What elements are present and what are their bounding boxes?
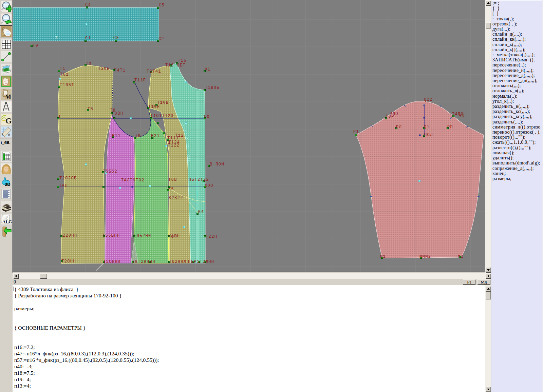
svg-text:Q22: Q22 [424,97,433,102]
svg-text:Т8ВН: Т8ВН [112,111,123,116]
svg-text:Т0: Т0 [33,43,38,48]
svg-text:Т20НН: Т20НН [61,259,76,264]
svg-text:ПБР1Т2ЮНН: ПБР1Т2ЮНН [188,259,214,264]
svg-text:8: 8 [8,133,10,137]
svg-text:Т3: Т3 [86,62,92,66]
svg-text:Т55БНН: Т55БНН [102,233,120,238]
svg-text:ГО: ГО [204,115,210,119]
svg-text:РП: РП [447,125,453,130]
svg-text:Т1: Т1 [60,66,65,71]
svg-text:Т5: Т5 [88,107,93,112]
svg-text:3D: 3D [5,182,11,187]
svg-text:Т62ННЛ: Т62ННЛ [169,259,187,264]
svg-text:В_ПОМ: В_ПОМ [210,162,224,167]
svg-text:Т4Т1: Т4Т1 [114,68,126,73]
svg-text:Т122: Т122 [168,143,180,148]
svg-text:Т22Н: Т22Н [206,234,217,239]
svg-text:7: 7 [1,133,3,137]
svg-text:Т5ОННН: Т5ОННН [103,259,121,264]
svg-text:Т8Р: Т8Р [386,114,394,119]
svg-text:ТАЛ: ТАЛ [59,183,68,188]
svg-text:С1: С1 [85,36,91,41]
svg-text:Т9: Т9 [135,134,141,138]
svg-text:Т10Н: Т10Н [148,104,160,109]
svg-text:ПБТ2Т22: ПБТ2Т22 [189,177,209,182]
svg-text:ТО1: ТО1 [60,72,69,77]
svg-text:Т16: Т16 [178,58,187,63]
svg-text:Р1: Р1 [353,130,359,134]
svg-text:Т1ВПБ: Т1ВПБ [205,85,220,90]
svg-text:В11: В11 [112,134,121,138]
svg-text:Т220НН: Т220НН [60,233,77,238]
svg-text:М1: М1 [380,254,386,259]
svg-text:М2: М2 [458,254,464,259]
svg-text:Т5Б52: Т5Б52 [103,169,117,174]
svg-text:Т1О1Т123: Т1О1Т123 [150,114,174,118]
svg-text:ЧЮ: ЧЮ [459,113,465,118]
svg-text:С4: С4 [85,3,91,7]
svg-text:ТАЛТ9Т92: ТАЛТ9Т92 [121,178,145,183]
svg-text:Т11П: Т11П [134,78,146,83]
svg-text:Т16_ОБТ: Т16_ОБТ [165,63,186,68]
svg-text:M: M [5,93,11,100]
svg-text:Т30БТ: Т30БТ [98,66,113,71]
svg-text:Q1: Q1 [424,125,430,130]
svg-text:ХОО: ХОО [205,183,213,188]
svg-text:Т9Т29ННН: Т9Т29ННН [132,259,155,264]
svg-text:Т10БТ: Т10БТ [60,83,74,87]
svg-text:В21: В21 [151,134,160,138]
svg-text:Т6Б2НН: Т6Б2НН [134,234,151,238]
svg-text:КфЮН: КфЮН [168,234,180,239]
svg-text:Т2020В: Т2020В [59,176,77,181]
svg-text:G: G [5,116,12,125]
svg-text:С2: С2 [158,37,164,41]
svg-text:Ж1: Ж1 [205,67,210,72]
svg-text:К5: К5 [168,187,174,192]
svg-text:Г1: Г1 [55,115,61,119]
svg-text:РЛ: РЛ [396,125,402,130]
svg-text:ALG: ALG [2,219,12,224]
svg-text:ПОЛ: ПОЛ [424,133,433,137]
svg-text:Т: Т [55,36,57,41]
svg-text:Т2Т41: Т2Т41 [147,69,161,74]
svg-text:К2К22: К2К22 [169,196,183,200]
svg-text:МММ2: МММ2 [419,254,431,259]
svg-text:К4: К4 [198,210,204,214]
svg-text:Т6В: Т6В [168,177,177,182]
svg-text:С3: С3 [113,36,119,40]
svg-text:С5: С5 [159,3,165,8]
